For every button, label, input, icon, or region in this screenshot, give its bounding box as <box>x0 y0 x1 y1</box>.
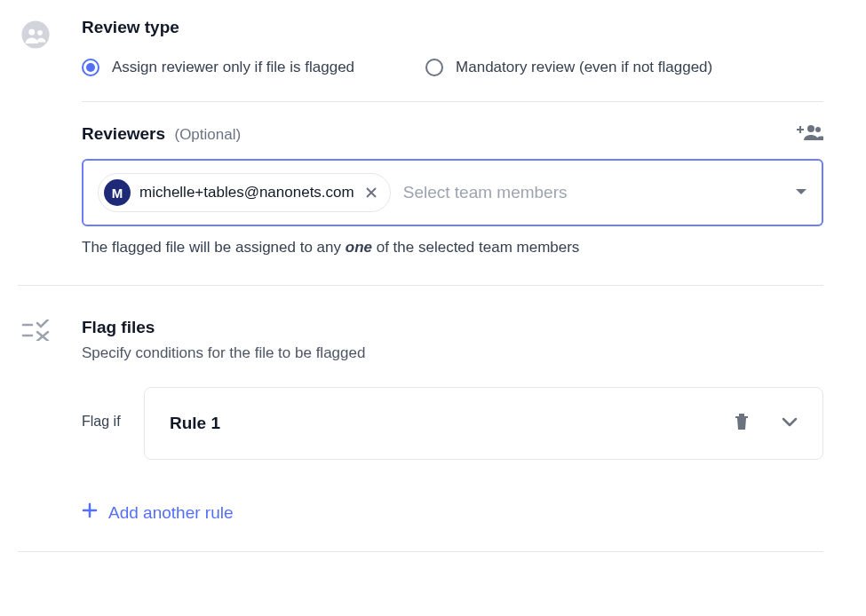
radio-mandatory-review[interactable]: Mandatory review (even if not flagged) <box>425 59 712 76</box>
chip-remove-icon[interactable] <box>363 186 379 199</box>
chevron-down-icon[interactable] <box>795 185 807 201</box>
svg-rect-4 <box>799 126 801 133</box>
reviewers-helper: The flagged file will be assigned to any… <box>82 239 823 257</box>
svg-point-2 <box>37 30 43 36</box>
radio-icon <box>82 59 99 76</box>
divider <box>18 551 823 552</box>
helper-em: one <box>346 239 372 256</box>
reviewers-title: Reviewers <box>82 124 165 143</box>
rule-title: Rule 1 <box>170 414 220 433</box>
svg-point-6 <box>815 127 821 132</box>
add-person-icon[interactable] <box>797 123 823 145</box>
svg-point-5 <box>807 125 814 132</box>
add-rule-label: Add another rule <box>108 503 234 523</box>
helper-post: of the selected team members <box>372 239 579 256</box>
helper-pre: The flagged file will be assigned to any <box>82 239 346 256</box>
flag-if-label: Flag if <box>82 387 126 430</box>
rules-icon <box>21 320 50 523</box>
plus-icon <box>82 502 98 523</box>
radio-label: Mandatory review (even if not flagged) <box>456 59 712 76</box>
svg-point-1 <box>28 29 35 36</box>
group-icon <box>20 20 51 257</box>
svg-rect-13 <box>735 416 748 418</box>
svg-point-0 <box>21 20 49 48</box>
rule-card[interactable]: Rule 1 <box>144 387 823 460</box>
flag-files-description: Specify conditions for the file to be fl… <box>82 344 823 362</box>
review-type-title: Review type <box>82 18 823 37</box>
divider <box>82 101 823 102</box>
reviewers-placeholder: Select team members <box>403 183 783 202</box>
reviewers-select[interactable]: M michelle+tables@nanonets.com Select te… <box>82 159 823 226</box>
radio-icon <box>425 59 443 76</box>
radio-label: Assign reviewer only if file is flagged <box>112 59 354 76</box>
radio-assign-if-flagged[interactable]: Assign reviewer only if file is flagged <box>82 59 354 76</box>
reviewers-optional-label: (Optional) <box>174 126 241 143</box>
reviewer-chip: M michelle+tables@nanonets.com <box>98 173 391 212</box>
divider <box>18 285 823 286</box>
svg-rect-14 <box>739 414 744 416</box>
avatar: M <box>104 179 131 206</box>
trash-icon[interactable] <box>734 413 750 434</box>
add-rule-button[interactable]: Add another rule <box>82 502 234 523</box>
chip-label: michelle+tables@nanonets.com <box>139 184 354 201</box>
chevron-down-icon[interactable] <box>782 415 798 431</box>
flag-files-title: Flag files <box>82 318 823 337</box>
